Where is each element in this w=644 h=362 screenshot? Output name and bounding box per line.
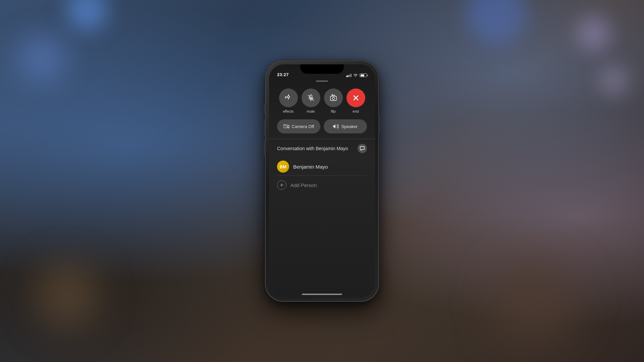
screen-content: effects mute: [269, 82, 375, 298]
avatar-initials: BM: [280, 164, 286, 169]
camera-off-label: Camera Off: [292, 124, 314, 129]
phone: 23:27: [265, 60, 379, 302]
bokeh-2: [466, 0, 527, 44]
bokeh-5: [17, 34, 67, 84]
end-label: end: [353, 109, 359, 113]
contact-avatar: BM: [277, 161, 289, 173]
add-person-label: Add Person: [290, 182, 317, 188]
volume-down-button[interactable]: [264, 139, 265, 156]
speaker-icon: [333, 124, 339, 129]
camera-speaker-row: Camera Off Speaker: [277, 119, 367, 133]
message-icon: [360, 146, 365, 151]
mute-button-wrap: mute: [302, 88, 320, 113]
effects-button-wrap: effects: [279, 88, 298, 113]
speaker-label: Speaker: [341, 124, 358, 129]
bokeh-7: [493, 261, 577, 345]
status-icons: [346, 73, 367, 77]
battery-icon: [360, 73, 367, 77]
flip-label: flip: [331, 109, 335, 113]
home-indicator[interactable]: [302, 294, 342, 295]
call-controls: effects mute: [269, 82, 375, 139]
wifi-icon: [353, 73, 358, 77]
bokeh-6: [34, 261, 101, 328]
end-call-button[interactable]: [346, 88, 365, 107]
mute-button[interactable]: [302, 88, 320, 107]
effects-button[interactable]: [279, 88, 298, 107]
flip-button-wrap: flip: [324, 88, 343, 113]
status-time: 23:27: [277, 72, 289, 77]
volume-up-button[interactable]: [264, 119, 265, 136]
plus-icon: [279, 183, 284, 187]
mic-off-icon: [307, 94, 315, 102]
message-button[interactable]: [358, 144, 367, 153]
signal-icon: [346, 74, 352, 77]
x-icon: [352, 94, 360, 102]
star-icon: [284, 94, 293, 102]
bokeh-3: [577, 17, 610, 50]
mute-label: mute: [307, 109, 315, 113]
camera-off-button[interactable]: Camera Off: [277, 119, 320, 133]
mute-switch[interactable]: [264, 104, 265, 114]
contact-name: Benjamin Mayo: [293, 164, 328, 170]
notch: [300, 64, 344, 74]
control-buttons-row: effects mute: [277, 88, 367, 113]
phone-screen: 23:27: [269, 64, 375, 298]
svg-rect-3: [330, 96, 336, 101]
contact-row: BM Benjamin Mayo: [277, 158, 367, 176]
bokeh-4: [600, 67, 627, 94]
svg-point-4: [332, 97, 334, 100]
conversation-header: Conversation with Benjamin Mayo: [277, 144, 367, 153]
speaker-button[interactable]: Speaker: [324, 119, 367, 133]
bokeh-1: [67, 0, 107, 30]
end-button-wrap: end: [346, 88, 365, 113]
add-person-row[interactable]: Add Person: [277, 177, 367, 193]
svg-rect-7: [284, 125, 288, 128]
power-button[interactable]: [379, 114, 380, 134]
flip-button[interactable]: [324, 88, 343, 107]
add-person-icon: [277, 180, 286, 190]
conversation-section: Conversation with Benjamin Mayo BM Benja…: [269, 139, 375, 193]
conversation-title: Conversation with Benjamin Mayo: [277, 146, 348, 151]
flip-camera-icon: [329, 94, 338, 102]
camera-off-icon: [283, 124, 289, 129]
effects-label: effects: [283, 109, 293, 113]
